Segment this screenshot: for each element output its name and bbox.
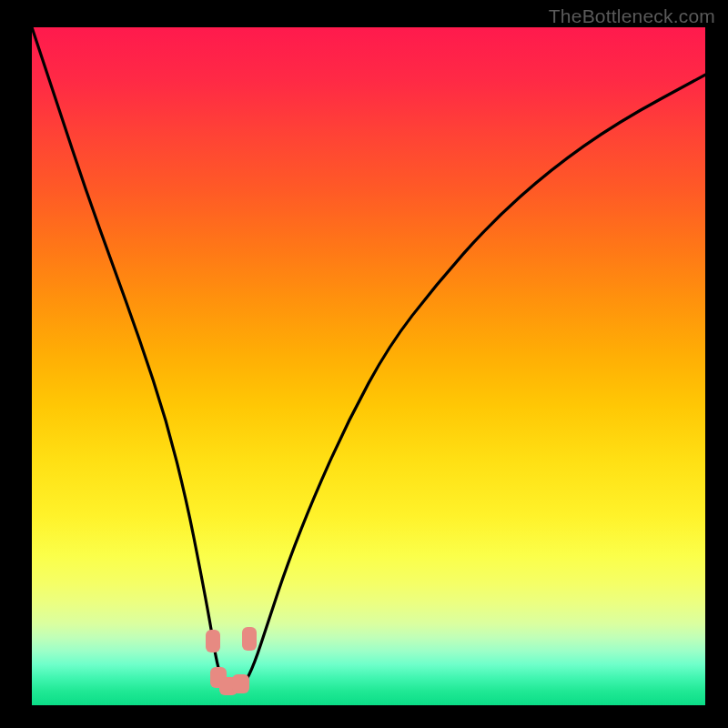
- chart-frame: TheBottleneck.com: [0, 0, 728, 728]
- plot-area: [32, 27, 705, 705]
- marker-valley-mid-right: [232, 674, 249, 693]
- marker-layer: [32, 27, 705, 705]
- watermark-text: TheBottleneck.com: [549, 5, 715, 27]
- marker-right-joint-top: [242, 627, 257, 650]
- marker-left-joint-top: [206, 630, 220, 652]
